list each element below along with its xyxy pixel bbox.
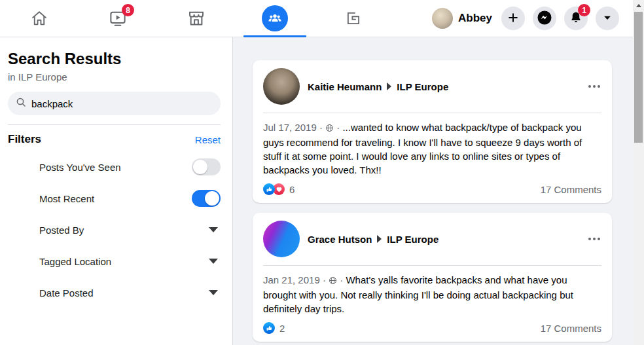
search-scope: in ILP Europe <box>8 71 221 82</box>
vertical-scrollbar[interactable] <box>633 0 644 345</box>
post-card: Grace Hutson ILP Europe Jan 21, 2019 · ·… <box>253 213 612 342</box>
chevron-down-icon[interactable] <box>209 290 218 295</box>
profile-chip[interactable]: Abbey <box>432 8 492 29</box>
chevron-down-icon <box>601 12 613 26</box>
home-icon <box>30 9 48 27</box>
filter-label: Posts You've Seen <box>39 162 121 173</box>
plus-icon <box>507 11 520 26</box>
filter-list: Posts You've SeenMost RecentPosted ByTag… <box>8 151 221 308</box>
arrow-right-icon <box>377 235 382 243</box>
tab-watch[interactable]: 8 <box>79 0 157 37</box>
filter-label: Most Recent <box>39 193 94 204</box>
reset-filters-link[interactable]: Reset <box>195 134 221 145</box>
filter-label: Posted By <box>39 225 84 236</box>
filter-row-date-posted[interactable]: Date Posted <box>8 277 221 308</box>
filter-row-posted-by[interactable]: Posted By <box>8 214 221 245</box>
globe-icon <box>329 276 340 287</box>
search-sidebar: Search Results in ILP Europe Filters Res… <box>0 37 233 345</box>
search-results-feed: Kaitie Heumann ILP Europe Jul 17, 2019 ·… <box>234 37 644 345</box>
create-button[interactable] <box>501 7 525 30</box>
toggle-posts-you-ve-seen[interactable] <box>192 158 221 175</box>
post-date: Jan 21, 2019 <box>263 274 320 285</box>
filter-label: Tagged Location <box>39 256 111 267</box>
marketplace-icon <box>187 9 206 28</box>
reaction-count: 2 <box>279 323 285 334</box>
chevron-down-icon[interactable] <box>209 259 218 264</box>
post-author[interactable]: Grace Hutson <box>308 234 372 245</box>
filter-row-tagged-location[interactable]: Tagged Location <box>8 245 221 277</box>
page-title: Search Results <box>8 49 221 69</box>
messenger-button[interactable] <box>533 7 556 30</box>
search-input[interactable] <box>31 98 213 109</box>
nav-tabs: 8 <box>0 0 393 37</box>
toggle-most-recent[interactable] <box>192 190 221 207</box>
notifications-button[interactable]: 1 <box>564 7 588 30</box>
tab-home[interactable] <box>0 0 79 37</box>
avatar <box>432 8 453 29</box>
post-author[interactable]: Kaitie Heumann <box>308 81 382 92</box>
post-body: Jan 21, 2019 · · What's yalls favorite b… <box>253 266 612 317</box>
watch-badge: 8 <box>122 4 134 16</box>
filter-row-posts-you-ve-seen[interactable]: Posts You've Seen <box>8 151 221 183</box>
like-reaction-icon <box>263 322 275 334</box>
gaming-icon <box>345 10 362 27</box>
avatar[interactable] <box>263 68 300 105</box>
filter-row-most-recent[interactable]: Most Recent <box>8 183 221 214</box>
scroll-up-arrow[interactable] <box>633 0 644 11</box>
avatar[interactable] <box>263 221 300 257</box>
comments-link[interactable]: 17 Comments <box>541 184 601 195</box>
groups-icon <box>262 5 288 31</box>
filters-heading: Filters <box>8 133 41 146</box>
search-box[interactable] <box>8 92 221 115</box>
post-date: Jul 17, 2019 <box>263 122 317 133</box>
globe-icon <box>325 123 336 134</box>
tab-groups[interactable] <box>236 0 314 37</box>
arrow-right-icon <box>387 82 391 90</box>
account-menu-button[interactable] <box>596 7 619 30</box>
post-group[interactable]: ILP Europe <box>397 81 448 92</box>
search-icon <box>16 97 26 110</box>
reactions[interactable]: 6 <box>263 183 295 195</box>
chevron-down-icon[interactable] <box>209 227 218 232</box>
messenger-icon <box>537 10 552 27</box>
tab-gaming[interactable] <box>314 0 393 37</box>
reactions[interactable]: 2 <box>263 322 285 334</box>
profile-name: Abbey <box>458 12 492 25</box>
notifications-badge: 1 <box>578 4 590 16</box>
tab-marketplace[interactable] <box>157 0 236 37</box>
comments-link[interactable]: 17 Comments <box>541 323 601 334</box>
scrollbar-thumb[interactable] <box>634 12 643 143</box>
filter-label: Date Posted <box>39 287 94 299</box>
post-options-button[interactable] <box>587 234 601 244</box>
like-reaction-icon <box>263 183 275 195</box>
topbar-right-cluster: Abbey 1 <box>432 7 644 30</box>
reaction-count: 6 <box>289 184 295 195</box>
post-card: Kaitie Heumann ILP Europe Jul 17, 2019 ·… <box>253 60 612 203</box>
post-body: Jul 17, 2019 · · ...wanted to know what … <box>253 113 612 178</box>
post-group[interactable]: ILP Europe <box>387 234 438 245</box>
post-options-button[interactable] <box>587 81 601 92</box>
top-navigation-bar: 8 <box>0 0 644 37</box>
sidebar-divider <box>8 124 221 125</box>
